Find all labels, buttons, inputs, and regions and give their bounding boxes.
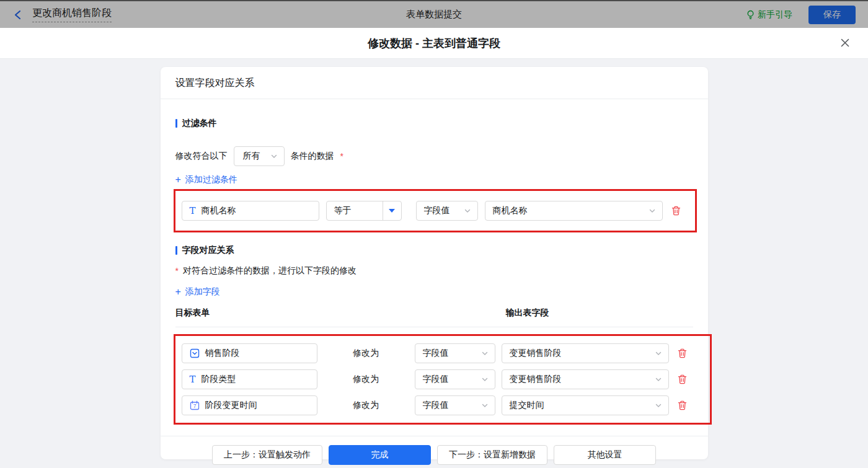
mapping-row: 销售阶段 修改为 字段值 变更销售阶段 [182, 343, 704, 363]
mapping-section-title: 字段对应关系 [175, 245, 693, 256]
target-field-label: 阶段变更时间 [205, 400, 257, 411]
column-output-field: 输出表字段 [506, 307, 549, 319]
target-field-label: 阶段类型 [202, 374, 236, 385]
delete-row-button[interactable] [678, 374, 687, 384]
date-field-icon: 7 [190, 400, 200, 410]
condition-prefix: 修改符合以下 [175, 151, 228, 162]
chevron-down-icon [655, 376, 662, 383]
match-mode-select[interactable]: 所有 [234, 146, 285, 166]
valuetype-select[interactable]: 字段值 [415, 395, 495, 415]
delete-row-button[interactable] [678, 348, 687, 358]
chevron-down-icon [649, 207, 656, 214]
modal-body: 设置字段对应关系 过滤条件 修改符合以下 所有 条件的数据 * + 添加过滤条件 [0, 67, 868, 468]
trash-icon [671, 206, 681, 216]
target-field-input[interactable]: 销售阶段 [182, 343, 317, 363]
add-filter-condition-link[interactable]: + 添加过滤条件 [175, 174, 237, 185]
other-settings-button[interactable]: 其他设置 [554, 445, 656, 465]
annotation-box-mapping: 销售阶段 修改为 字段值 变更销售阶段 [174, 334, 712, 425]
output-field-select[interactable]: 提交时间 [502, 395, 669, 415]
select-field-icon [190, 348, 200, 358]
trash-icon [678, 400, 687, 410]
filter-operator-select[interactable]: 等于 [326, 201, 402, 221]
operator-value: 等于 [327, 201, 383, 220]
card-title: 设置字段对应关系 [161, 67, 708, 99]
valuetype-value: 字段值 [424, 205, 450, 216]
modify-label: 修改为 [317, 400, 415, 411]
back-button[interactable] [12, 9, 24, 20]
filter-field-label: 商机名称 [202, 205, 236, 216]
mapping-column-headers: 目标表单 输出表字段 [175, 307, 693, 327]
save-button[interactable]: 保存 [808, 6, 856, 24]
target-field-input[interactable]: 阶段类型 [182, 369, 317, 389]
settings-card: 设置字段对应关系 过滤条件 修改符合以下 所有 条件的数据 * + 添加过滤条件 [161, 67, 708, 459]
prev-step-button[interactable]: 上一步：设置触发动作 [212, 445, 322, 465]
chevron-down-icon [481, 402, 489, 409]
plus-icon: + [175, 287, 181, 297]
back-chevron-icon [12, 9, 24, 20]
trash-icon [678, 374, 687, 384]
modify-label: 修改为 [317, 348, 415, 359]
next-step-button[interactable]: 下一步：设置新增数据 [437, 445, 547, 465]
add-field-link[interactable]: + 添加字段 [175, 286, 220, 298]
delete-filter-button[interactable] [671, 206, 681, 216]
modal-title: 修改数据 - 主表到普通字段 [368, 36, 500, 51]
condition-sentence: 修改符合以下 所有 条件的数据 * [175, 146, 693, 166]
output-field-select[interactable]: 变更销售阶段 [502, 369, 669, 389]
modal-header: 修改数据 - 主表到普通字段 [0, 28, 868, 59]
section-bar [175, 119, 177, 128]
close-icon [839, 37, 851, 48]
chevron-down-icon [481, 350, 489, 357]
chevron-down-icon [464, 207, 471, 214]
close-button[interactable] [839, 37, 851, 48]
done-button[interactable]: 完成 [329, 445, 431, 465]
caret-down-icon[interactable] [383, 201, 401, 220]
condition-suffix: 条件的数据 [291, 151, 334, 162]
filter-row: 商机名称 等于 字段值 商机名称 [182, 201, 689, 221]
mapping-row: 阶段类型 修改为 字段值 变更销售阶段 [182, 369, 704, 389]
target-field-input[interactable]: 7 阶段变更时间 [182, 395, 317, 415]
required-asterisk: * [175, 266, 179, 276]
mapping-row: 7 阶段变更时间 修改为 字段值 提交时间 [182, 395, 704, 415]
column-target-form: 目标表单 [175, 307, 506, 319]
delete-row-button[interactable] [678, 400, 687, 410]
required-asterisk: * [340, 151, 343, 161]
mapping-description: * 对符合过滤条件的数据，进行以下字段的修改 [175, 265, 693, 276]
flow-name-label[interactable]: 更改商机销售阶段 [32, 7, 112, 22]
filter-section-title: 过滤条件 [175, 118, 693, 129]
modify-label: 修改为 [317, 374, 415, 385]
chevron-down-icon [655, 402, 662, 409]
beginner-guide-link[interactable]: 新手引导 [746, 9, 792, 20]
filter-value: 商机名称 [493, 205, 528, 216]
annotation-box-filter: 商机名称 等于 字段值 商机名称 [174, 189, 697, 232]
filter-field-input[interactable]: 商机名称 [182, 201, 319, 221]
text-field-icon [190, 375, 196, 384]
section-bar [175, 246, 177, 255]
filter-valuetype-select[interactable]: 字段值 [416, 201, 478, 221]
valuetype-select[interactable]: 字段值 [415, 369, 495, 389]
svg-text:7: 7 [193, 403, 196, 409]
text-field-icon [190, 206, 196, 216]
chevron-down-icon [655, 350, 662, 357]
beginner-guide-label: 新手引导 [758, 9, 792, 20]
valuetype-select[interactable]: 字段值 [415, 343, 495, 363]
target-field-label: 销售阶段 [205, 348, 240, 359]
chevron-down-icon [270, 152, 278, 160]
output-field-select[interactable]: 变更销售阶段 [502, 343, 669, 363]
topbar: 更改商机销售阶段 表单数据提交 新手引导 保存 [0, 1, 868, 28]
lightbulb-icon [746, 10, 755, 20]
chevron-down-icon [481, 376, 489, 383]
plus-icon: + [175, 175, 181, 185]
page-title: 表单数据提交 [0, 9, 868, 20]
filter-value-select[interactable]: 商机名称 [485, 201, 663, 221]
trash-icon [678, 348, 687, 358]
footer: 上一步：设置触发动作 完成 下一步：设置新增数据 其他设置 [161, 436, 708, 468]
